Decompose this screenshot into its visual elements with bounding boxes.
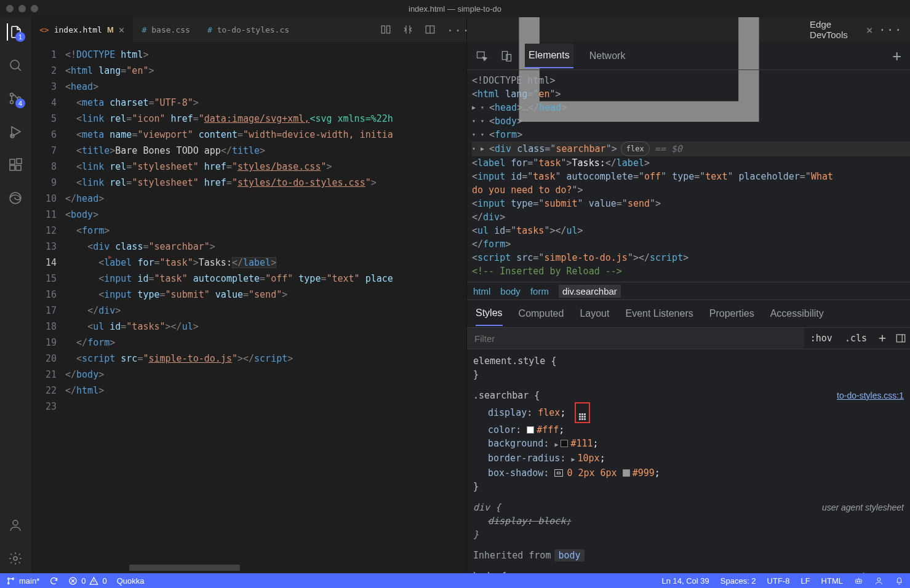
notifications-icon[interactable] (895, 576, 904, 586)
selected-dom-node[interactable]: ▾▶<div class="searchbar">flex== $0 (472, 141, 910, 156)
computed-sidebar-icon[interactable] (895, 333, 906, 344)
error-icon (68, 576, 78, 586)
css-prop[interactable]: background: ▶#111; (473, 437, 904, 451)
elements-panel-tab[interactable]: Elements (525, 44, 573, 68)
breadcrumb-item[interactable]: form (530, 286, 549, 296)
network-panel-tab[interactable]: Network (586, 44, 629, 68)
inherited-from-link[interactable]: body (554, 549, 584, 562)
problems-indicator[interactable]: 0 0 (68, 576, 106, 586)
titlebar: index.html — simple-to-do (0, 0, 910, 17)
tab-to-do-styles-css[interactable]: # to-do-styles.cs (199, 17, 298, 42)
accounts-icon[interactable] (7, 517, 24, 534)
quokka-indicator[interactable]: Quokka (117, 576, 145, 586)
activity-bar: 1 4 (0, 17, 31, 573)
user-agent-label: user agent stylesheet (822, 501, 904, 514)
color-swatch-icon[interactable] (561, 440, 568, 447)
git-branch-icon (6, 576, 15, 586)
breadcrumb-item[interactable]: body (500, 286, 521, 296)
cls-button[interactable]: .cls (839, 333, 873, 344)
horizontal-scrollbar[interactable] (129, 565, 240, 571)
element-style-selector[interactable]: element.style { (473, 354, 904, 368)
open-changes-icon[interactable] (402, 24, 413, 35)
tab-base-css[interactable]: # base.css (133, 17, 198, 42)
copilot-icon[interactable] (854, 576, 863, 586)
event-listeners-tab[interactable]: Event Listeners (625, 302, 693, 325)
more-actions-icon[interactable]: ··· (447, 24, 458, 35)
encoding-indicator[interactable]: UTF-8 (767, 576, 790, 586)
color-swatch-icon[interactable] (623, 469, 630, 477)
breadcrumb-item[interactable]: html (473, 286, 490, 296)
breadcrumb-item-current[interactable]: div.searchbar (559, 285, 621, 298)
svg-rect-24 (856, 579, 862, 583)
expand-shorthand-icon[interactable]: ▶ (571, 453, 575, 466)
zoom-traffic-light[interactable] (31, 5, 38, 12)
add-panel-icon[interactable]: + (893, 47, 901, 65)
dom-breadcrumb: html body form div.searchbar (467, 282, 910, 300)
extensions-icon[interactable] (7, 156, 24, 173)
code-editor[interactable]: 1234567891011121314151617181920212223 <!… (31, 42, 466, 573)
hov-button[interactable]: :hov (804, 333, 839, 344)
stylesheet-link[interactable]: to-do-styles.css:1 (837, 389, 904, 402)
dom-tree[interactable]: <!DOCTYPE html> <html lang="en"> ▶▾<head… (467, 70, 910, 282)
editor-group: <> index.html M × # base.css # to-do-sty… (31, 17, 467, 573)
new-style-rule-icon[interactable] (877, 333, 888, 344)
svg-point-0 (10, 60, 19, 69)
console-ref: == $0 (655, 142, 682, 156)
cursor-position[interactable]: Ln 14, Col 39 (661, 576, 709, 586)
layout-tab[interactable]: Layout (580, 302, 609, 325)
sync-button[interactable] (49, 576, 58, 586)
css-prop[interactable]: color: #fff; (473, 423, 904, 437)
source-control-icon[interactable]: 4 (7, 90, 24, 107)
tab-label: base.css (151, 25, 190, 34)
close-icon[interactable]: × (866, 23, 873, 36)
devtools-tab-label[interactable]: Edge DevTools (810, 19, 858, 40)
code-content[interactable]: <!DOCTYPE html><html lang="en"><head> <m… (65, 42, 393, 573)
svg-point-9 (10, 193, 21, 204)
fold-marker-icon[interactable]: ▶ (108, 253, 112, 260)
compare-changes-icon[interactable] (380, 24, 391, 35)
close-traffic-light[interactable] (6, 5, 14, 12)
css-prop[interactable]: box-shadow: 0 2px 6px #999; (473, 466, 904, 480)
computed-tab[interactable]: Computed (519, 302, 564, 325)
expand-shorthand-icon[interactable]: ▶ (554, 438, 558, 451)
tab-index-html[interactable]: <> index.html M × (31, 17, 133, 42)
css-prop[interactable]: border-radius: ▶10px; (473, 451, 904, 466)
settings-gear-icon[interactable] (7, 550, 24, 567)
search-icon[interactable] (7, 57, 24, 74)
eol-indicator[interactable]: LF (800, 576, 810, 586)
modified-indicator: M (107, 25, 114, 34)
styles-filter-input[interactable] (467, 328, 804, 349)
editor-tabs: <> index.html M × # base.css # to-do-sty… (31, 17, 466, 42)
feedback-icon[interactable] (874, 576, 884, 586)
edge-icon[interactable] (7, 189, 24, 207)
shadow-editor-icon[interactable] (554, 469, 563, 477)
run-debug-icon[interactable] (7, 123, 24, 140)
split-editor-icon[interactable] (425, 24, 436, 35)
indentation-indicator[interactable]: Spaces: 2 (720, 576, 756, 586)
accessibility-tab[interactable]: Accessibility (770, 302, 824, 325)
svg-point-11 (14, 557, 17, 560)
inherited-section: Inherited frombody (473, 546, 904, 567)
inspect-element-icon[interactable] (476, 50, 488, 62)
language-indicator[interactable]: HTML (821, 576, 843, 586)
svg-rect-19 (896, 335, 905, 342)
devtools-panel: Edge DevTools × ··· Elements Network + <… (467, 17, 910, 573)
minimize-traffic-light[interactable] (18, 5, 26, 12)
styles-pane[interactable]: element.style { } to-do-styles.css:1 .se… (467, 349, 910, 573)
branch-indicator[interactable]: main* (6, 576, 39, 586)
window-controls[interactable] (6, 5, 38, 12)
explorer-icon[interactable]: 1 (7, 23, 24, 41)
svg-point-2 (10, 101, 14, 104)
css-prop[interactable]: display: flex; (473, 402, 904, 423)
color-swatch-icon[interactable] (527, 426, 534, 434)
close-icon[interactable]: × (119, 24, 125, 36)
styles-tab[interactable]: Styles (476, 301, 503, 326)
svg-rect-6 (10, 165, 15, 170)
more-actions-icon[interactable]: ··· (879, 23, 903, 36)
svg-rect-5 (10, 159, 15, 164)
properties-tab[interactable]: Properties (709, 302, 754, 325)
flex-badge[interactable]: flex (621, 141, 650, 156)
device-emulation-icon[interactable] (500, 50, 513, 62)
editor-actions: ··· (372, 24, 466, 35)
flexbox-editor-icon[interactable] (575, 402, 590, 423)
